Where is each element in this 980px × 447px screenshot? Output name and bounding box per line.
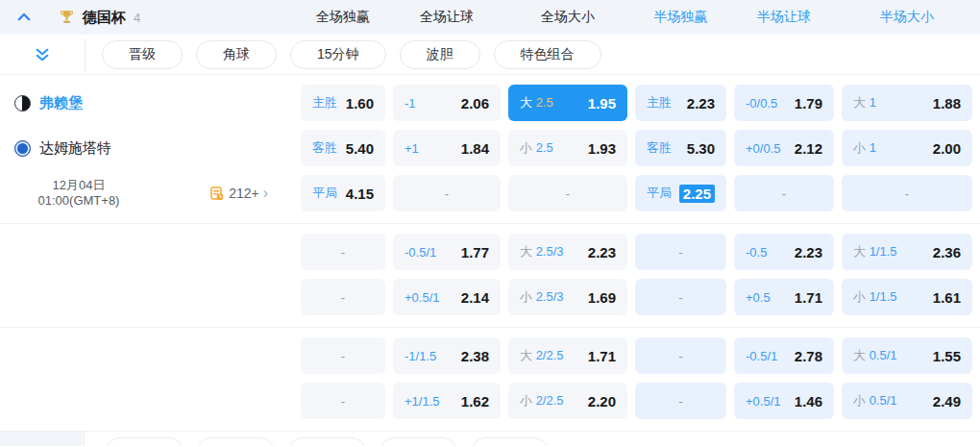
trophy-icon — [60, 10, 74, 25]
odds-cell-empty: - — [842, 175, 972, 211]
market-header-half-overunder[interactable]: 半场大小 — [842, 0, 972, 35]
match-datetime: 12月04日 01:00(GMT+8) — [12, 178, 146, 209]
odds-group-alt2: - -1/1.52.38 大 2/2.51.71 - -0.5/12.78 大 … — [0, 328, 980, 432]
collapse-chevron-up-icon[interactable] — [13, 7, 35, 28]
odds-cell[interactable]: +0.51.71 — [734, 279, 834, 315]
alt-odds-row: - +1/1.51.62 小 2/2.52.20 - +0.5/11.46 小 … — [0, 383, 980, 419]
pill-corners[interactable]: 角球 — [196, 40, 277, 69]
home-team-logo — [14, 95, 31, 112]
odds-cell-empty: - — [508, 175, 627, 211]
partial-pill — [106, 437, 184, 446]
quick-nav-bar: 晋级 角球 15分钟 波胆 特色组合 — [0, 35, 980, 75]
markets-list-icon — [209, 186, 225, 201]
alt-odds-row: - -0.5/11.77 大 2.5/32.23 - -0.52.23 大 1/… — [0, 234, 980, 270]
partial-pill — [380, 437, 457, 446]
odds-cell[interactable]: -1/1.52.38 — [393, 337, 501, 374]
odds-cell-empty: - — [301, 383, 385, 419]
more-markets-link[interactable]: 212+ › — [209, 186, 268, 201]
partial-pill — [288, 437, 366, 446]
odds-cell[interactable]: -0.5/12.78 — [734, 337, 834, 374]
market-header-full-handicap[interactable]: 全场让球 — [393, 0, 501, 35]
market-header-half-handicap[interactable]: 半场让球 — [734, 0, 834, 35]
odds-cell[interactable]: 平局4.15 — [301, 175, 385, 211]
odds-cell-empty: - — [301, 279, 385, 315]
odds-cell-selected[interactable]: 大 2.51.95 — [508, 85, 627, 121]
odds-cell-empty: - — [301, 337, 385, 374]
odds-cell-empty: - — [734, 175, 834, 211]
odds-cell[interactable]: 主胜2.23 — [635, 85, 726, 121]
odds-cell[interactable]: 大 0.5/11.55 — [842, 337, 972, 374]
odds-cell[interactable]: 小 12.00 — [842, 130, 972, 166]
pill-15min[interactable]: 15分钟 — [290, 40, 386, 69]
odds-cell-empty: - — [635, 337, 726, 374]
odds-cell[interactable]: 小 2.51.93 — [508, 130, 627, 166]
odds-cell[interactable]: 小 1/1.51.61 — [842, 279, 972, 315]
odds-cell[interactable]: 大 1/1.52.36 — [842, 234, 972, 270]
market-header-half-1x2[interactable]: 半场独赢 — [635, 0, 726, 35]
next-match-partial-row — [0, 432, 980, 446]
odds-cell[interactable]: 小 2/2.52.20 — [508, 383, 627, 419]
chevron-right-icon: › — [263, 186, 268, 201]
odds-cell[interactable]: 客胜5.30 — [635, 130, 726, 166]
odds-cell-empty: - — [635, 279, 726, 315]
odds-cell[interactable]: -0/0.51.79 — [734, 85, 834, 121]
home-team-name[interactable]: 弗赖堡 — [39, 94, 83, 112]
match-date: 12月04日 — [12, 178, 146, 193]
odds-cell[interactable]: 主胜1.60 — [301, 85, 385, 121]
odds-cell-highlighted[interactable]: 平局2.25 — [635, 175, 726, 211]
odds-cell[interactable]: +1/1.51.62 — [393, 383, 501, 419]
away-team-logo — [14, 140, 31, 157]
draw-row: 12月04日 01:00(GMT+8) 212+ › 平局4.15 - — [0, 175, 980, 211]
alt-odds-row: - -1/1.52.38 大 2/2.51.71 - -0.5/12.78 大 … — [0, 337, 980, 374]
pill-specials[interactable]: 特色组合 — [494, 40, 601, 69]
odds-cell-empty: - — [635, 383, 726, 419]
partial-pill — [471, 437, 549, 446]
league-info: 德国杯 4 — [0, 7, 293, 28]
league-name: 德国杯 — [83, 9, 126, 27]
divider — [85, 38, 86, 71]
more-markets-count: 212+ — [229, 186, 259, 201]
odds-cell[interactable]: 客胜5.40 — [301, 130, 385, 166]
expand-double-chevron-down-icon[interactable] — [31, 43, 54, 66]
odds-cell[interactable]: 大 11.88 — [842, 85, 972, 121]
alt-odds-row: - +0.5/12.14 小 2.5/31.69 - +0.51.71 小 1/… — [0, 279, 980, 315]
odds-cell[interactable]: 小 2.5/31.69 — [508, 279, 627, 315]
pill-advance[interactable]: 晋级 — [102, 40, 183, 69]
away-team-name[interactable]: 达姆施塔特 — [39, 139, 111, 158]
odds-cell[interactable]: 大 2.5/32.23 — [508, 234, 627, 270]
odds-cell[interactable]: -0.52.23 — [734, 234, 834, 270]
league-match-count: 4 — [134, 11, 140, 25]
odds-group-alt1: - -0.5/11.77 大 2.5/32.23 - -0.52.23 大 1/… — [0, 224, 980, 328]
odds-cell[interactable]: 小 0.5/12.49 — [842, 383, 972, 419]
betting-odds-panel: 德国杯 4 全场独赢 全场让球 全场大小 半场独赢 半场让球 半场大小 晋级 角… — [0, 0, 980, 447]
home-team-row: 弗赖堡 主胜1.60 -12.06 大 2.51.95 主胜2.23 -0/0.… — [0, 85, 980, 121]
odds-cell-empty: - — [635, 234, 726, 270]
next-row-left-block — [0, 432, 83, 446]
odds-cell[interactable]: +0.5/12.14 — [393, 279, 501, 315]
odds-cell-empty: - — [393, 175, 501, 211]
odds-cell-empty: - — [301, 234, 385, 270]
partial-pill — [197, 437, 275, 446]
pill-correct-score[interactable]: 波胆 — [400, 40, 480, 69]
odds-group-main: 弗赖堡 主胜1.60 -12.06 大 2.51.95 主胜2.23 -0/0.… — [0, 75, 980, 224]
market-header-full-1x2[interactable]: 全场独赢 — [301, 0, 385, 35]
odds-cell[interactable]: -0.5/11.77 — [393, 234, 501, 270]
odds-cell[interactable]: +0.5/11.46 — [734, 383, 834, 419]
odds-cell[interactable]: 大 2/2.51.71 — [508, 337, 627, 374]
odds-cell[interactable]: +11.84 — [393, 130, 501, 166]
divider — [84, 432, 85, 446]
odds-cell[interactable]: -12.06 — [393, 85, 501, 121]
away-team-row: 达姆施塔特 客胜5.40 +11.84 小 2.51.93 客胜5.30 +0/… — [0, 130, 980, 166]
match-time: 01:00(GMT+8) — [12, 193, 146, 209]
quick-nav-pills: 晋级 角球 15分钟 波胆 特色组合 — [102, 40, 601, 69]
league-header-bar: 德国杯 4 全场独赢 全场让球 全场大小 半场独赢 半场让球 半场大小 — [0, 0, 980, 35]
market-header-full-overunder[interactable]: 全场大小 — [508, 0, 627, 35]
odds-cell[interactable]: +0/0.52.12 — [734, 130, 834, 166]
